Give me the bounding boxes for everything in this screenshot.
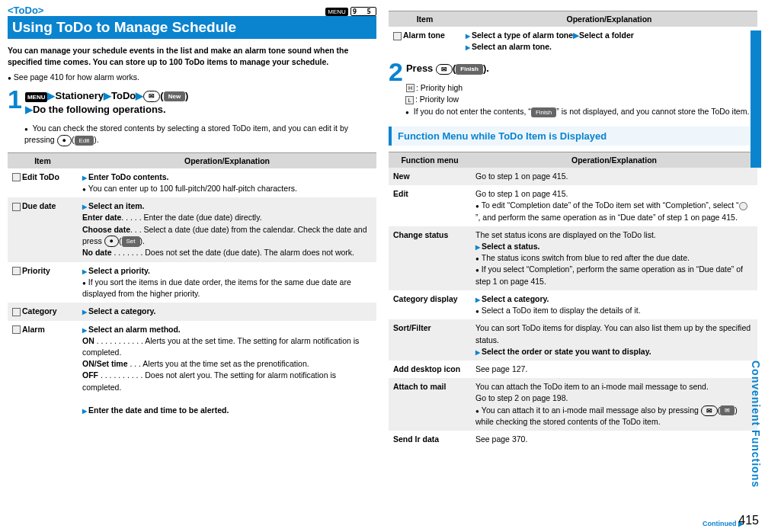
edit-b1: Enter ToDo contents.	[82, 172, 168, 181]
set-button: Set	[122, 236, 140, 247]
page-title: Using ToDo to Manage Schedule	[8, 16, 376, 39]
fm-ir: Send Ir data	[389, 431, 471, 448]
fm-new-t: Go to step 1 on page 415.	[471, 168, 757, 185]
fm-edit-t1: Go to step 1 on page 415.	[475, 189, 568, 198]
step1-note: You can check the stored contents by sel…	[24, 123, 376, 146]
fm-st-t2: Select a status.	[475, 242, 539, 251]
pl-text: : Priority low	[415, 95, 459, 104]
th-item: Item	[8, 152, 78, 168]
rt-r1: Select a type of alarm tone	[466, 30, 573, 40]
edit-button: Edit	[75, 136, 94, 146]
alm-on-t: . . . . . . . . . . . Alerts you at the …	[82, 336, 359, 357]
due-enter-t: . . . . . Enter the date (due date) dire…	[121, 213, 261, 222]
intro-note: See page 410 for how alarm works.	[8, 72, 376, 83]
menu-shortcut: MENU 9 5	[325, 6, 376, 16]
rt-r3: Select an alarm tone.	[466, 42, 552, 51]
side-label: Convenient Functions	[750, 361, 762, 488]
alm-b1: Select an alarm method.	[82, 325, 181, 334]
fm-th1: Function menu	[389, 152, 471, 168]
fm-sort: Sort/Filter	[389, 319, 471, 361]
path-stationery: Stationery	[55, 90, 104, 101]
intro-text: You can manage your schedule events in t…	[8, 45, 376, 67]
left-column: <ToDo> MENU 9 5 Using ToDo to Manage Sch…	[8, 5, 376, 449]
fm-at-t3: You can attach it to an i-mode mail mess…	[475, 405, 738, 427]
menu-code: 9 5	[350, 7, 376, 16]
fm-edit-t2: To edit “Completion date” of the ToDo it…	[475, 200, 749, 221]
ph-text: : Priority high	[416, 83, 463, 92]
fm-attach: Attach to mail	[389, 378, 471, 431]
rt-th1: Item	[389, 11, 461, 27]
cat-b1: Select a category.	[82, 306, 156, 316]
step-2: 2 Press ✉(Finish).	[389, 62, 757, 75]
path-todo: ToDo	[111, 90, 136, 101]
right-column: ItemOperation/Explanation Alarm tone Sel…	[389, 5, 757, 449]
priority-icon	[12, 267, 21, 275]
fm-cat-t2: Select a ToDo item to display the detail…	[475, 306, 641, 315]
row-priority: Priority	[8, 262, 78, 303]
row-alarm: Alarm	[8, 321, 78, 420]
step2-press: Press	[406, 62, 436, 74]
alm-off: OFF	[82, 370, 98, 380]
menu-icon: MENU	[25, 92, 48, 102]
mail-key-icon: ✉	[143, 91, 160, 102]
fm-add-t: See page 127.	[471, 361, 757, 378]
due-none-t: . . . . . . . Does not set the date (due…	[112, 248, 354, 257]
s2n1: If you do not enter the contents, “	[414, 107, 531, 116]
finish-button: Finish	[456, 64, 483, 74]
fm-sort-t1: You can sort ToDo items for display. You…	[475, 323, 751, 344]
fm-ir-t: See page 370.	[471, 431, 757, 448]
fm-edit: Edit	[389, 185, 471, 226]
menu-key-icon: MENU	[325, 8, 348, 16]
completion-date-icon	[739, 202, 747, 210]
step-1: 1 MENU▶Stationery▶ToDo▶✉(New) ▶Do the fo…	[8, 89, 376, 117]
alm-onset: ON/Set time	[82, 359, 128, 368]
alm-on: ON	[82, 336, 94, 345]
mail-key-icon-3: ✉	[701, 405, 718, 417]
fm-st-t4: If you select “Completion”, perform the …	[475, 264, 743, 285]
rt-r2: Select a folder	[579, 30, 634, 40]
side-tab: Convenient Functions	[748, 30, 763, 488]
todo-tag: <ToDo>	[8, 5, 43, 16]
due-enter: Enter date	[82, 213, 121, 222]
function-menu-table: Function menuOperation/Explanation NewGo…	[389, 152, 757, 449]
fm-th2: Operation/Explanation	[471, 152, 757, 168]
side-bar-indicator	[751, 30, 761, 168]
new-button: New	[164, 91, 185, 101]
fm-new: New	[389, 168, 471, 185]
page-number: 415	[738, 514, 759, 527]
alarm-tone-table: ItemOperation/Explanation Alarm tone Sel…	[389, 11, 757, 56]
row-category: Category	[8, 303, 78, 320]
calendar-icon	[12, 203, 21, 211]
fm-cat-t1: Select a category.	[475, 294, 549, 303]
fm-sort-t2: Select the order or state you want to di…	[475, 347, 651, 356]
priority-low-icon: L	[405, 96, 414, 104]
fm-add-desktop: Add desktop icon	[389, 361, 471, 378]
step1-line2: Do the following operations.	[33, 104, 166, 115]
alarm-icon	[12, 325, 21, 334]
finish-button-2: Finish	[531, 107, 556, 117]
edit-icon	[12, 173, 21, 181]
pri-b1: Select a priority.	[82, 266, 150, 275]
fm-category: Category display	[389, 290, 471, 319]
step2-note: If you do not enter the contents, “Finis…	[405, 106, 757, 117]
edit-b2: You can enter up to 100 full-pitch/200 h…	[82, 184, 297, 193]
row-edit-todo: Edit ToDo	[8, 168, 78, 197]
rt-th2: Operation/Explanation	[461, 11, 757, 27]
fm-at-t2: Go to step 2 on page 198.	[475, 393, 568, 402]
step1-note-text: You can check the stored contents by sel…	[24, 123, 348, 144]
th-op: Operation/Explanation	[78, 152, 376, 168]
fm-st-t3: The status icons switch from blue to red…	[475, 253, 690, 262]
fm-st-t1: The set status icons are displayed on th…	[475, 230, 656, 239]
s2n2: ” is not displayed, and you cannot store…	[556, 107, 749, 116]
step-num-1: 1	[8, 89, 22, 110]
mail-button: ✉	[720, 405, 735, 415]
fm-at-t1: You can attach the ToDo item to an i-mod…	[475, 382, 709, 391]
fm-status: Change status	[389, 226, 471, 290]
section-header: Function Menu while ToDo Item is Display…	[389, 127, 757, 146]
continued-label: Continued ▶	[703, 520, 744, 527]
priority-legend: H: Priority high L: Priority low	[405, 82, 757, 107]
mail-key-icon-2: ✉	[436, 64, 453, 75]
pri-b2: If you sort the items in due date order,…	[82, 277, 351, 298]
center-key-icon: ●	[57, 135, 72, 146]
category-icon	[12, 308, 21, 316]
